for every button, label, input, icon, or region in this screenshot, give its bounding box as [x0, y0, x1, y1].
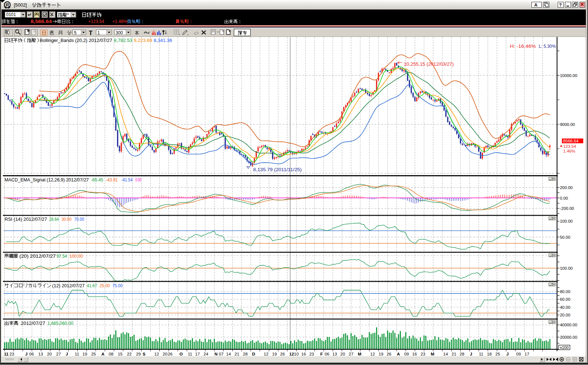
svg-text:+1.46%: +1.46%	[112, 19, 127, 24]
svg-text:300: 300	[116, 30, 123, 35]
svg-text:0101: 0101	[6, 12, 16, 17]
svg-text:[5002]: [5002]	[14, 2, 27, 8]
svg-text:R: R	[6, 2, 9, 8]
svg-text:5: 5	[74, 30, 77, 35]
svg-text:A: A	[534, 3, 538, 8]
svg-text:*: *	[67, 12, 69, 18]
svg-text:+123.54: +123.54	[88, 19, 104, 24]
svg-text:?: ?	[559, 3, 562, 8]
svg-text:8,566.64: 8,566.64	[31, 19, 52, 24]
svg-text:R: R	[34, 30, 36, 33]
svg-text:T: T	[89, 30, 93, 36]
svg-text:P: P	[229, 30, 231, 33]
svg-text:1: 1	[97, 30, 100, 35]
